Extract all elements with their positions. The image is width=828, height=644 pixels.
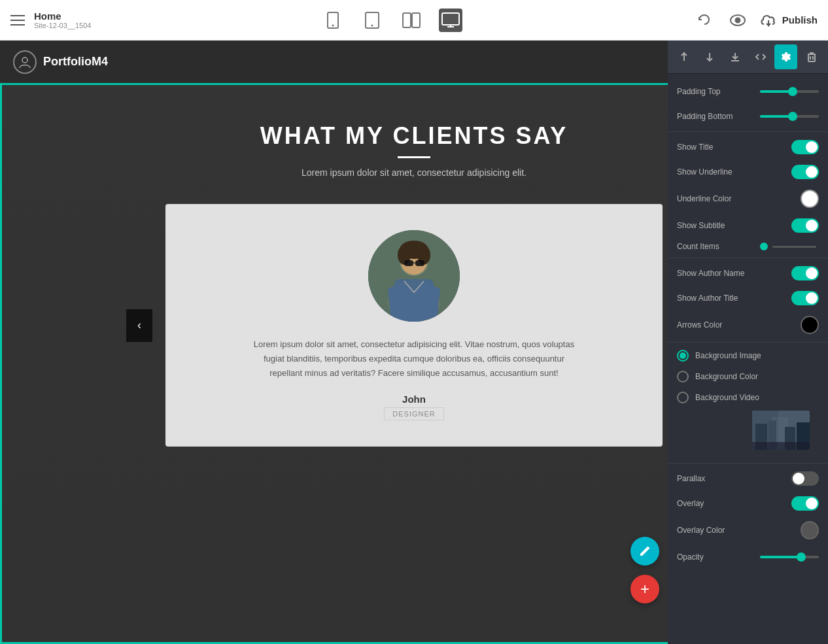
opacity-slider[interactable] [760,556,819,558]
publish-button[interactable]: Publish [760,14,818,27]
arrows-color-label: Arrows Color [677,320,801,330]
padding-bottom-label: Padding Bottom [677,112,760,121]
count-items-row: Count Items [668,238,828,255]
fab-edit-button[interactable] [630,537,659,566]
top-bar-left: Home Site-12-03__1504 [10,10,91,29]
svg-point-3 [371,24,373,26]
prev-arrow-button[interactable]: ‹ [126,309,152,342]
opacity-row: Opacity [668,545,828,569]
overlay-toggle[interactable] [791,496,819,511]
preview-button[interactable] [726,8,750,32]
padding-bottom-row: Padding Bottom [668,104,828,129]
show-underline-row: Show Underline [668,160,828,184]
fab-add-button[interactable]: + [630,575,659,603]
show-author-title-toggle[interactable] [791,291,819,305]
parallax-label: Parallax [677,474,791,483]
panel-move-down-button[interactable] [699,44,721,69]
device-tablet-button[interactable] [360,8,384,32]
page-title: Home [34,10,91,22]
background-image-radio[interactable] [677,350,689,362]
svg-point-12 [22,58,27,63]
svg-point-1 [332,24,334,26]
undo-button[interactable] [692,8,716,32]
overlay-color-row: Overlay Color [668,516,828,545]
panel-move-up-button[interactable] [673,44,696,69]
parallax-toggle[interactable] [791,471,819,486]
panel-body: Padding Top Padding Bottom Show Title [668,74,828,575]
divider-2 [668,258,828,258]
page-subtitle: Site-12-03__1504 [34,22,91,29]
section-title: WHAT MY CLIENTS SAY [260,122,568,150]
count-items-label: Count Items [677,242,760,251]
opacity-label: Opacity [677,552,760,562]
device-splitview-button[interactable] [400,8,423,32]
overlay-color-swatch[interactable] [801,521,819,539]
section-subtitle: Lorem ipsum dolor sit amet, consectetur … [302,167,526,178]
site-logo: PortfolioM4 [13,50,108,74]
author-role: DESIGNER [384,407,443,420]
background-thumbnail[interactable] [752,411,810,450]
show-subtitle-label: Show Subtitle [677,221,791,230]
padding-top-slider[interactable] [760,90,819,93]
show-underline-toggle[interactable] [791,165,819,179]
site-title: PortfolioM4 [43,55,108,69]
panel-code-button[interactable] [749,44,772,69]
arrows-color-swatch[interactable] [801,316,819,334]
svg-rect-4 [403,13,411,27]
testimonial-wrapper: ‹ [165,204,663,447]
show-author-name-toggle[interactable] [791,266,819,280]
top-bar-right: Publish [692,8,818,32]
show-author-name-row: Show Author Name [668,261,828,286]
background-video-radio[interactable] [677,392,689,403]
parallax-row: Parallax [668,466,828,491]
panel-settings-button[interactable] [774,44,797,69]
testimonial-card: Lorem ipsum dolor sit amet, consectetur … [165,204,663,447]
background-video-label: Background Video [695,393,759,402]
background-color-option[interactable]: Background Color [668,366,828,387]
padding-bottom-slider[interactable] [760,115,819,118]
count-items-thumb[interactable] [760,243,768,250]
show-author-name-label: Show Author Name [677,269,791,278]
device-mobile-button[interactable] [321,8,345,32]
padding-top-label: Padding Top [677,87,760,96]
divider-4 [668,463,828,464]
show-title-toggle[interactable] [791,140,819,154]
settings-panel: Padding Top Padding Bottom Show Title [668,41,828,644]
divider-3 [668,342,828,343]
section-underline [398,156,430,158]
svg-rect-24 [415,260,424,266]
background-image-option[interactable]: Background Image [668,345,828,366]
svg-rect-5 [412,13,420,27]
background-color-radio[interactable] [677,371,689,382]
overlay-color-label: Overlay Color [677,526,801,535]
background-color-label: Background Color [695,372,758,381]
top-bar: Home Site-12-03__1504 [0,0,828,41]
author-avatar [368,230,460,322]
arrows-color-row: Arrows Color [668,311,828,339]
page-title-area: Home Site-12-03__1504 [34,10,91,29]
svg-rect-40 [752,442,810,450]
author-name: John [402,394,426,405]
underline-color-label: Underline Color [677,194,801,203]
panel-toolbar [668,41,828,74]
overlay-label: Overlay [677,499,791,508]
underline-color-swatch[interactable] [801,190,819,208]
panel-download-button[interactable] [724,44,747,69]
background-image-label: Background Image [695,351,761,360]
testimonial-text: Lorem ipsum dolor sit amet, consectetur … [250,337,578,381]
publish-label: Publish [782,14,818,25]
show-author-title-label: Show Author Title [677,294,791,303]
show-subtitle-toggle[interactable] [791,218,819,233]
device-desktop-button[interactable] [439,8,462,32]
show-subtitle-row: Show Subtitle [668,213,828,238]
panel-delete-button[interactable] [800,44,823,69]
svg-rect-30 [808,54,815,61]
show-author-title-row: Show Author Title [668,286,828,311]
hamburger-menu[interactable] [10,15,25,25]
background-video-option[interactable]: Background Video [668,387,828,408]
author-avatar-image [368,230,460,322]
svg-point-10 [735,18,740,22]
count-items-track[interactable] [772,246,816,248]
show-title-row: Show Title [668,135,828,160]
show-title-label: Show Title [677,143,791,152]
